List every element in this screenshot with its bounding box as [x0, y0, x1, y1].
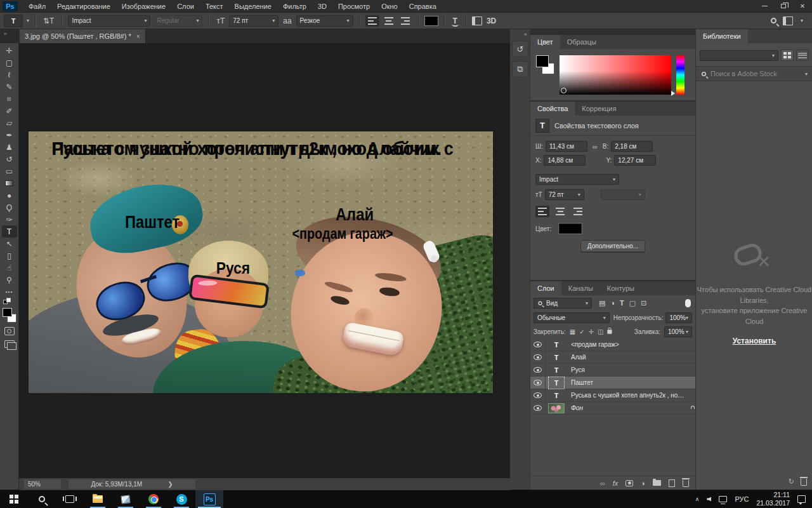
action-center-icon[interactable] — [797, 495, 806, 503]
constrain-proportions-icon[interactable]: ∞ — [593, 143, 598, 150]
image-layer-thumbnail[interactable] — [548, 403, 565, 413]
lock-artboard-icon[interactable]: ◫ — [598, 328, 603, 335]
tool-gradient[interactable] — [2, 177, 17, 189]
text-color-swatch[interactable] — [424, 16, 438, 26]
text-layer-thumbnail[interactable]: T — [549, 365, 563, 375]
hue-slider[interactable] — [676, 55, 684, 95]
tool-pen[interactable]: ✑ — [2, 213, 17, 225]
tab-swatches[interactable]: Образцы — [560, 35, 603, 49]
visibility-toggle[interactable] — [530, 364, 546, 377]
blend-mode-select[interactable]: Обычные ▾ — [534, 312, 610, 323]
tab-layers[interactable]: Слои — [530, 281, 561, 295]
visibility-toggle[interactable] — [530, 377, 546, 389]
filter-type-layers-icon[interactable]: T — [620, 299, 624, 307]
tab-adjustments[interactable]: Коррекция — [575, 102, 623, 116]
tool-shape[interactable]: ▯ — [2, 250, 17, 262]
filter-pixel-layers-icon[interactable]: ▤ — [599, 299, 605, 307]
task-view-button[interactable] — [56, 490, 84, 508]
menu-image[interactable]: Изображение — [116, 0, 171, 13]
add-layer-mask-icon[interactable] — [625, 480, 633, 486]
tab-paths[interactable]: Контуры — [600, 281, 641, 295]
document-size-field[interactable]: Док: 5,93M/13,1M ❯ — [69, 479, 195, 489]
document-tab[interactable]: 3.jpg @ 50% (Паштет , RGB/8#) * × — [20, 29, 146, 43]
visibility-toggle[interactable] — [530, 402, 546, 415]
layer-name[interactable]: Алай — [571, 354, 586, 361]
tool-crop[interactable]: ⌗ — [2, 93, 17, 105]
volume-icon[interactable] — [707, 497, 711, 502]
layer-filter-select[interactable]: Вид ▾ — [534, 298, 592, 309]
zoom-level-field[interactable]: 50% — [24, 479, 61, 489]
filter-adjustment-layers-icon[interactable]: ◑ — [610, 299, 615, 307]
text-orientation-icon[interactable]: ⇅T — [41, 17, 56, 25]
sync-icon[interactable]: ↻ — [789, 478, 794, 486]
toolbar-collapse-icon[interactable]: » — [0, 29, 11, 38]
new-adjustment-layer-icon[interactable]: ◑ — [641, 479, 645, 487]
layer-name[interactable]: Паштет — [571, 379, 593, 386]
list-view-icon[interactable] — [796, 50, 809, 61]
language-indicator[interactable]: РУС — [735, 495, 749, 503]
menu-select[interactable]: Выделение — [229, 0, 277, 13]
tab-libraries[interactable]: Библиотеки — [696, 29, 748, 43]
tool-eyedropper[interactable]: ✐ — [2, 105, 17, 117]
document-image[interactable]: Руська с чушкой хотел апнуть2к , но Алай… — [29, 131, 493, 393]
delete-layer-icon[interactable] — [683, 480, 689, 487]
layer-row[interactable]: T Руся — [530, 364, 695, 377]
visibility-toggle[interactable] — [530, 338, 546, 351]
3d-button[interactable]: 3D — [485, 17, 498, 25]
delete-icon[interactable] — [801, 479, 807, 486]
menu-help[interactable]: Справка — [403, 0, 442, 13]
color-panel-swatches[interactable] — [535, 55, 554, 74]
search-icon[interactable] — [771, 18, 776, 23]
filter-shape-layers-icon[interactable]: ▢ — [629, 299, 636, 307]
photo-viewer-button[interactable] — [112, 490, 140, 508]
layer-row-background[interactable]: Фон — [530, 402, 695, 415]
layer-name[interactable]: Руська с чушкой хотел апнуть2к , но Алай… — [571, 392, 685, 399]
install-link[interactable]: Установить — [733, 335, 776, 347]
y-field[interactable]: 12,27 см — [614, 155, 656, 166]
quick-mask-button[interactable] — [4, 327, 15, 335]
menu-edit[interactable]: Редактирование — [51, 0, 116, 13]
align-center-button[interactable] — [553, 206, 567, 217]
tool-eraser[interactable]: ▭ — [2, 165, 17, 177]
library-select[interactable]: ▾ — [700, 50, 778, 61]
antialias-select[interactable]: Резкое ▾ — [296, 15, 353, 27]
tool-lasso[interactable]: ℓ — [2, 69, 17, 81]
align-right-button[interactable] — [398, 15, 412, 27]
tool-history-brush[interactable]: ↺ — [2, 153, 17, 165]
network-icon[interactable] — [719, 496, 727, 502]
tool-spot-healing[interactable]: ▱ — [2, 117, 17, 129]
layer-name[interactable]: <продам гараж> — [571, 341, 619, 348]
photoshop-taskbar-button[interactable]: Ps — [195, 490, 223, 508]
tool-clone-stamp[interactable]: ♟ — [2, 141, 17, 153]
tab-color[interactable]: Цвет — [530, 35, 560, 49]
opacity-field[interactable]: 100% ▾ — [665, 312, 692, 323]
toggle-panels-icon[interactable] — [472, 17, 482, 25]
align-left-button[interactable] — [535, 206, 549, 217]
menu-layers[interactable]: Слои — [171, 0, 200, 13]
restore-button[interactable] — [774, 0, 793, 13]
tab-channels[interactable]: Каналы — [561, 281, 600, 295]
saturation-brightness-field[interactable] — [560, 55, 671, 95]
layer-row-selected[interactable]: T Паштет — [530, 377, 695, 389]
expand-panels-icon[interactable]: « — [524, 31, 527, 37]
lock-all-icon[interactable] — [608, 330, 612, 333]
text-layer-thumbnail[interactable]: T — [549, 352, 563, 363]
tool-type[interactable]: T — [2, 225, 17, 237]
layer-name[interactable]: Руся — [571, 366, 585, 373]
foreground-color-swatch[interactable] — [536, 55, 549, 67]
filter-toggle[interactable] — [685, 299, 691, 307]
layer-row[interactable]: T <продам гараж> — [530, 338, 695, 351]
color-picker-marker[interactable] — [561, 88, 566, 93]
tool-zoom[interactable]: ⚲ — [2, 274, 17, 286]
tool-blur[interactable]: ● — [2, 189, 17, 201]
font-size-select[interactable]: 72 пт ▾ — [545, 189, 584, 200]
height-field[interactable]: 2,18 см — [611, 141, 653, 152]
start-button[interactable] — [0, 490, 28, 508]
advanced-button[interactable]: Дополнительно... — [580, 240, 645, 252]
visibility-toggle[interactable] — [530, 351, 546, 364]
tool-rectangular-marquee[interactable]: ▢ — [2, 57, 17, 69]
fill-field[interactable]: 100% ▾ — [664, 326, 692, 337]
font-size-select[interactable]: 72 пт ▾ — [229, 15, 278, 27]
new-layer-icon[interactable] — [669, 479, 675, 487]
layer-row[interactable]: T Руська с чушкой хотел апнуть2к , но Ал… — [530, 389, 695, 402]
